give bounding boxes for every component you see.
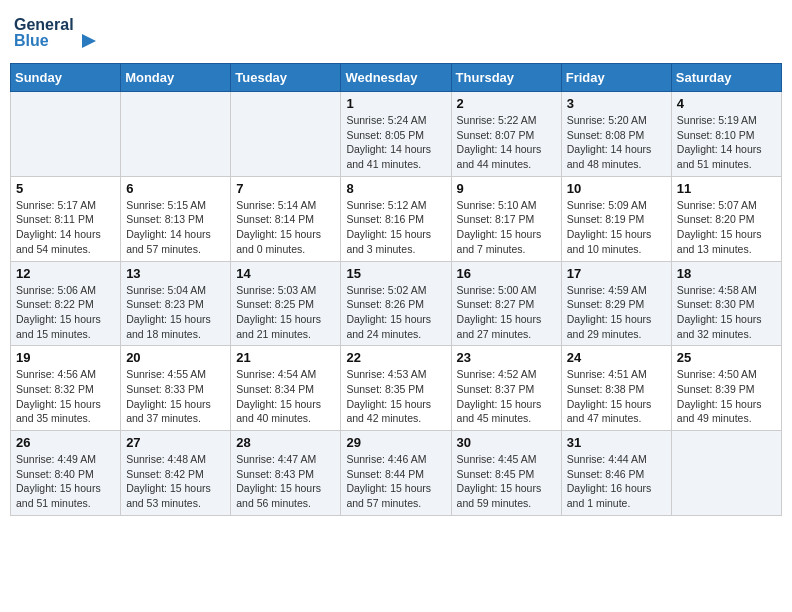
week-row-3: 12Sunrise: 5:06 AMSunset: 8:22 PMDayligh…: [11, 261, 782, 346]
calendar-cell: 26Sunrise: 4:49 AMSunset: 8:40 PMDayligh…: [11, 431, 121, 516]
day-info: Sunrise: 4:44 AMSunset: 8:46 PMDaylight:…: [567, 452, 666, 511]
day-number: 10: [567, 181, 666, 196]
calendar-cell: 8Sunrise: 5:12 AMSunset: 8:16 PMDaylight…: [341, 176, 451, 261]
day-info: Sunrise: 5:12 AMSunset: 8:16 PMDaylight:…: [346, 198, 445, 257]
calendar-cell: 16Sunrise: 5:00 AMSunset: 8:27 PMDayligh…: [451, 261, 561, 346]
calendar-cell: 13Sunrise: 5:04 AMSunset: 8:23 PMDayligh…: [121, 261, 231, 346]
calendar-cell: 31Sunrise: 4:44 AMSunset: 8:46 PMDayligh…: [561, 431, 671, 516]
svg-text:General: General: [14, 16, 74, 33]
day-number: 24: [567, 350, 666, 365]
day-number: 29: [346, 435, 445, 450]
calendar-table: SundayMondayTuesdayWednesdayThursdayFrid…: [10, 63, 782, 516]
day-info: Sunrise: 5:07 AMSunset: 8:20 PMDaylight:…: [677, 198, 776, 257]
header-day-tuesday: Tuesday: [231, 64, 341, 92]
day-info: Sunrise: 4:59 AMSunset: 8:29 PMDaylight:…: [567, 283, 666, 342]
calendar-cell: 29Sunrise: 4:46 AMSunset: 8:44 PMDayligh…: [341, 431, 451, 516]
calendar-body: 1Sunrise: 5:24 AMSunset: 8:05 PMDaylight…: [11, 92, 782, 516]
day-info: Sunrise: 4:45 AMSunset: 8:45 PMDaylight:…: [457, 452, 556, 511]
day-number: 1: [346, 96, 445, 111]
day-number: 30: [457, 435, 556, 450]
day-info: Sunrise: 5:17 AMSunset: 8:11 PMDaylight:…: [16, 198, 115, 257]
day-number: 31: [567, 435, 666, 450]
day-info: Sunrise: 4:51 AMSunset: 8:38 PMDaylight:…: [567, 367, 666, 426]
calendar-cell: [231, 92, 341, 177]
day-number: 22: [346, 350, 445, 365]
day-info: Sunrise: 4:53 AMSunset: 8:35 PMDaylight:…: [346, 367, 445, 426]
page-header: General Blue: [10, 10, 782, 55]
day-info: Sunrise: 5:19 AMSunset: 8:10 PMDaylight:…: [677, 113, 776, 172]
calendar-cell: 15Sunrise: 5:02 AMSunset: 8:26 PMDayligh…: [341, 261, 451, 346]
calendar-header: SundayMondayTuesdayWednesdayThursdayFrid…: [11, 64, 782, 92]
calendar-cell: 20Sunrise: 4:55 AMSunset: 8:33 PMDayligh…: [121, 346, 231, 431]
header-day-saturday: Saturday: [671, 64, 781, 92]
header-row: SundayMondayTuesdayWednesdayThursdayFrid…: [11, 64, 782, 92]
day-number: 23: [457, 350, 556, 365]
day-info: Sunrise: 4:49 AMSunset: 8:40 PMDaylight:…: [16, 452, 115, 511]
calendar-cell: 1Sunrise: 5:24 AMSunset: 8:05 PMDaylight…: [341, 92, 451, 177]
day-number: 14: [236, 266, 335, 281]
day-info: Sunrise: 5:14 AMSunset: 8:14 PMDaylight:…: [236, 198, 335, 257]
day-number: 13: [126, 266, 225, 281]
week-row-4: 19Sunrise: 4:56 AMSunset: 8:32 PMDayligh…: [11, 346, 782, 431]
day-number: 16: [457, 266, 556, 281]
day-info: Sunrise: 5:10 AMSunset: 8:17 PMDaylight:…: [457, 198, 556, 257]
svg-marker-2: [82, 34, 96, 48]
calendar-cell: 10Sunrise: 5:09 AMSunset: 8:19 PMDayligh…: [561, 176, 671, 261]
calendar-cell: 18Sunrise: 4:58 AMSunset: 8:30 PMDayligh…: [671, 261, 781, 346]
calendar-cell: 17Sunrise: 4:59 AMSunset: 8:29 PMDayligh…: [561, 261, 671, 346]
day-number: 4: [677, 96, 776, 111]
week-row-5: 26Sunrise: 4:49 AMSunset: 8:40 PMDayligh…: [11, 431, 782, 516]
header-day-friday: Friday: [561, 64, 671, 92]
day-number: 12: [16, 266, 115, 281]
day-info: Sunrise: 5:15 AMSunset: 8:13 PMDaylight:…: [126, 198, 225, 257]
calendar-cell: [121, 92, 231, 177]
week-row-1: 1Sunrise: 5:24 AMSunset: 8:05 PMDaylight…: [11, 92, 782, 177]
header-day-wednesday: Wednesday: [341, 64, 451, 92]
day-number: 21: [236, 350, 335, 365]
calendar-cell: [11, 92, 121, 177]
logo: General Blue: [14, 10, 104, 55]
day-number: 20: [126, 350, 225, 365]
calendar-cell: 19Sunrise: 4:56 AMSunset: 8:32 PMDayligh…: [11, 346, 121, 431]
calendar-cell: 11Sunrise: 5:07 AMSunset: 8:20 PMDayligh…: [671, 176, 781, 261]
calendar-cell: 22Sunrise: 4:53 AMSunset: 8:35 PMDayligh…: [341, 346, 451, 431]
day-info: Sunrise: 5:09 AMSunset: 8:19 PMDaylight:…: [567, 198, 666, 257]
calendar-cell: 2Sunrise: 5:22 AMSunset: 8:07 PMDaylight…: [451, 92, 561, 177]
day-number: 6: [126, 181, 225, 196]
calendar-cell: 14Sunrise: 5:03 AMSunset: 8:25 PMDayligh…: [231, 261, 341, 346]
logo-svg: General Blue: [14, 10, 104, 55]
day-info: Sunrise: 4:52 AMSunset: 8:37 PMDaylight:…: [457, 367, 556, 426]
day-number: 15: [346, 266, 445, 281]
calendar-cell: 23Sunrise: 4:52 AMSunset: 8:37 PMDayligh…: [451, 346, 561, 431]
day-number: 26: [16, 435, 115, 450]
day-info: Sunrise: 5:06 AMSunset: 8:22 PMDaylight:…: [16, 283, 115, 342]
day-info: Sunrise: 5:20 AMSunset: 8:08 PMDaylight:…: [567, 113, 666, 172]
calendar-cell: 7Sunrise: 5:14 AMSunset: 8:14 PMDaylight…: [231, 176, 341, 261]
calendar-cell: 6Sunrise: 5:15 AMSunset: 8:13 PMDaylight…: [121, 176, 231, 261]
day-number: 3: [567, 96, 666, 111]
calendar-cell: 25Sunrise: 4:50 AMSunset: 8:39 PMDayligh…: [671, 346, 781, 431]
day-info: Sunrise: 4:50 AMSunset: 8:39 PMDaylight:…: [677, 367, 776, 426]
header-day-thursday: Thursday: [451, 64, 561, 92]
calendar-cell: 27Sunrise: 4:48 AMSunset: 8:42 PMDayligh…: [121, 431, 231, 516]
day-info: Sunrise: 4:56 AMSunset: 8:32 PMDaylight:…: [16, 367, 115, 426]
day-number: 19: [16, 350, 115, 365]
day-number: 27: [126, 435, 225, 450]
day-info: Sunrise: 4:46 AMSunset: 8:44 PMDaylight:…: [346, 452, 445, 511]
calendar-cell: 9Sunrise: 5:10 AMSunset: 8:17 PMDaylight…: [451, 176, 561, 261]
day-info: Sunrise: 4:54 AMSunset: 8:34 PMDaylight:…: [236, 367, 335, 426]
calendar-cell: [671, 431, 781, 516]
day-info: Sunrise: 4:55 AMSunset: 8:33 PMDaylight:…: [126, 367, 225, 426]
calendar-cell: 30Sunrise: 4:45 AMSunset: 8:45 PMDayligh…: [451, 431, 561, 516]
day-info: Sunrise: 5:04 AMSunset: 8:23 PMDaylight:…: [126, 283, 225, 342]
day-info: Sunrise: 5:24 AMSunset: 8:05 PMDaylight:…: [346, 113, 445, 172]
calendar-cell: 3Sunrise: 5:20 AMSunset: 8:08 PMDaylight…: [561, 92, 671, 177]
calendar-cell: 5Sunrise: 5:17 AMSunset: 8:11 PMDaylight…: [11, 176, 121, 261]
day-info: Sunrise: 5:02 AMSunset: 8:26 PMDaylight:…: [346, 283, 445, 342]
day-number: 25: [677, 350, 776, 365]
day-info: Sunrise: 4:58 AMSunset: 8:30 PMDaylight:…: [677, 283, 776, 342]
day-number: 17: [567, 266, 666, 281]
day-number: 2: [457, 96, 556, 111]
day-number: 7: [236, 181, 335, 196]
calendar-cell: 4Sunrise: 5:19 AMSunset: 8:10 PMDaylight…: [671, 92, 781, 177]
